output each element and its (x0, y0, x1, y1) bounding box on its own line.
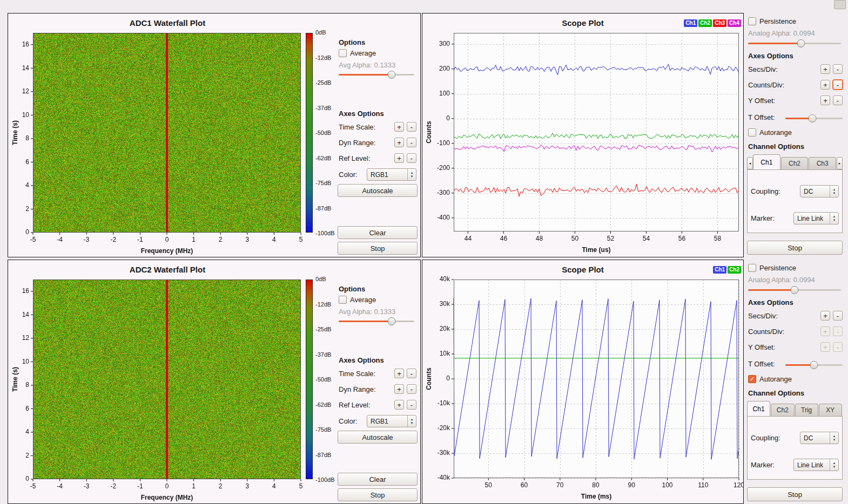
ref-level-minus-button[interactable]: - (407, 400, 416, 410)
secs-div-plus-button[interactable]: + (820, 64, 830, 74)
secs-div-row: Secs/Div: + - (748, 310, 843, 321)
y-offset-minus-button[interactable]: - (833, 342, 843, 352)
color-select[interactable]: RGB1 ▲▼ (367, 168, 416, 181)
channel-tab-ch1[interactable]: Ch1 (753, 154, 780, 169)
average-checkbox-box[interactable] (339, 296, 347, 304)
waterfall2-title: ADC2 Waterfall Plot (8, 265, 327, 274)
coupling-select[interactable]: DC ▲▼ (800, 432, 839, 444)
counts-div-plus-button[interactable]: + (820, 80, 830, 90)
y-offset-plus-button[interactable]: + (820, 96, 830, 105)
persistence-checkbox[interactable]: Persistence (748, 264, 796, 272)
secs-div-row: Secs/Div: + - (748, 64, 843, 74)
avg-alpha-slider[interactable] (339, 71, 414, 79)
slider-knob[interactable] (388, 317, 396, 325)
stop-button[interactable]: Stop (338, 488, 418, 501)
dyn-range-plus-button[interactable]: + (394, 384, 404, 394)
analog-alpha-slider[interactable] (748, 39, 841, 47)
slider-knob[interactable] (791, 286, 799, 294)
marker-select[interactable]: Line Link ▲▼ (793, 459, 839, 471)
secs-div-plus-button[interactable]: + (820, 311, 830, 321)
secs-div-minus-button[interactable]: - (833, 64, 843, 74)
t-offset-row: T Offset: (748, 358, 843, 369)
spinner-arrows-icon[interactable]: ▲▼ (830, 213, 838, 224)
slider-knob[interactable] (388, 71, 396, 79)
legend-ch3: Ch3 (713, 19, 726, 27)
average-checkbox[interactable]: Average (339, 296, 376, 304)
intensity-colorbar (306, 280, 313, 479)
channel-tab-xy[interactable]: XY (819, 404, 842, 416)
persistence-checkbox-box[interactable] (748, 17, 756, 25)
clear-button[interactable]: Clear (338, 226, 418, 239)
autoscale-button[interactable]: Autoscale (338, 431, 418, 444)
y-offset-label: Y Offset: (748, 343, 818, 351)
slider-knob[interactable] (808, 114, 816, 122)
color-select[interactable]: RGB1 ▲▼ (367, 415, 416, 427)
slider-knob[interactable] (810, 361, 818, 369)
stop-button[interactable]: Stop (338, 242, 418, 255)
ref-level-minus-button[interactable]: - (407, 153, 416, 163)
ref-level-row: Ref Level: + - (339, 399, 416, 410)
marker-label: Marker: (751, 214, 793, 222)
channel-tab-ch2[interactable]: Ch2 (781, 157, 809, 169)
stop-button[interactable]: Stop (747, 241, 843, 255)
channel-tab-ch2[interactable]: Ch2 (771, 404, 794, 416)
y-offset-plus-button[interactable]: + (820, 342, 830, 352)
t-offset-slider[interactable] (785, 113, 843, 121)
colorbar-label: 0dB (315, 30, 334, 36)
time-scale-minus-button[interactable]: - (407, 369, 416, 378)
y-offset-minus-button[interactable]: - (833, 96, 843, 105)
spinner-arrows-icon[interactable]: ▲▼ (830, 459, 838, 471)
secs-div-minus-button[interactable]: - (833, 311, 843, 321)
marker-select[interactable]: Line Link ▲▼ (793, 212, 839, 224)
scrollbar-thumb[interactable] (834, 0, 846, 9)
dyn-range-minus-button[interactable]: - (407, 384, 416, 394)
color-row: Color: RGB1 ▲▼ (339, 415, 416, 427)
channel-tab-trig[interactable]: Trig (795, 404, 818, 416)
clear-button[interactable]: Clear (338, 473, 418, 486)
slider-knob[interactable] (797, 39, 805, 47)
time-scale-plus-button[interactable]: + (394, 122, 404, 132)
marker-row: Marker: Line Link ▲▼ (751, 212, 839, 224)
avg-alpha-slider[interactable] (339, 317, 414, 325)
time-scale-plus-button[interactable]: + (394, 369, 404, 378)
counts-div-minus-button[interactable]: - (833, 326, 843, 336)
secs-div-label: Secs/Div: (748, 65, 818, 73)
colorbar-label: -100dB (315, 477, 334, 483)
autorange-checkbox[interactable]: Autorange (748, 128, 792, 137)
persistence-checkbox[interactable]: Persistence (748, 17, 796, 25)
colorbar-label: -12dB (315, 55, 334, 61)
colorbar-label: -50dB (315, 130, 334, 136)
autorange-checkbox-box[interactable] (748, 128, 756, 137)
tab-scroll-right-icon[interactable]: ▸ (837, 157, 843, 169)
counts-div-minus-button[interactable]: - (833, 80, 843, 90)
ref-level-plus-button[interactable]: + (394, 153, 404, 163)
spinner-arrows-icon[interactable]: ▲▼ (830, 186, 838, 197)
spinner-arrows-icon[interactable]: ▲▼ (407, 416, 416, 427)
average-checkbox[interactable]: Average (339, 49, 376, 57)
stop-button[interactable]: Stop (747, 487, 843, 501)
scope2-plot (426, 275, 743, 502)
time-scale-minus-button[interactable]: - (407, 122, 416, 132)
scope1-legend: Ch1Ch2Ch3Ch4 (684, 19, 741, 27)
autorange-checkbox[interactable]: ✓ Autorange (748, 375, 792, 383)
avg-alpha-label: Avg Alpha: 0.1333 (339, 61, 395, 69)
persistence-checkbox-box[interactable] (748, 264, 756, 272)
coupling-select[interactable]: DC ▲▼ (800, 185, 839, 197)
autorange-label: Autorange (759, 375, 792, 383)
tab-scroll-left-icon[interactable]: ◂ (747, 157, 753, 169)
channel-tab-ch1[interactable]: Ch1 (747, 401, 770, 416)
dyn-range-plus-button[interactable]: + (394, 138, 404, 147)
counts-div-plus-button[interactable]: + (820, 326, 830, 336)
spinner-arrows-icon[interactable]: ▲▼ (830, 432, 838, 444)
t-offset-slider[interactable] (785, 360, 843, 368)
analog-alpha-slider[interactable] (748, 286, 841, 294)
color-value: RGB1 (367, 416, 407, 427)
average-checkbox-box[interactable] (339, 49, 347, 57)
spinner-arrows-icon[interactable]: ▲▼ (407, 169, 416, 180)
autorange-checkbox-box[interactable]: ✓ (748, 375, 756, 383)
dyn-range-minus-button[interactable]: - (407, 138, 416, 147)
channel-tab-ch3[interactable]: Ch3 (809, 157, 836, 169)
coupling-label: Coupling: (751, 187, 800, 195)
ref-level-plus-button[interactable]: + (394, 400, 404, 410)
autoscale-button[interactable]: Autoscale (338, 184, 418, 197)
